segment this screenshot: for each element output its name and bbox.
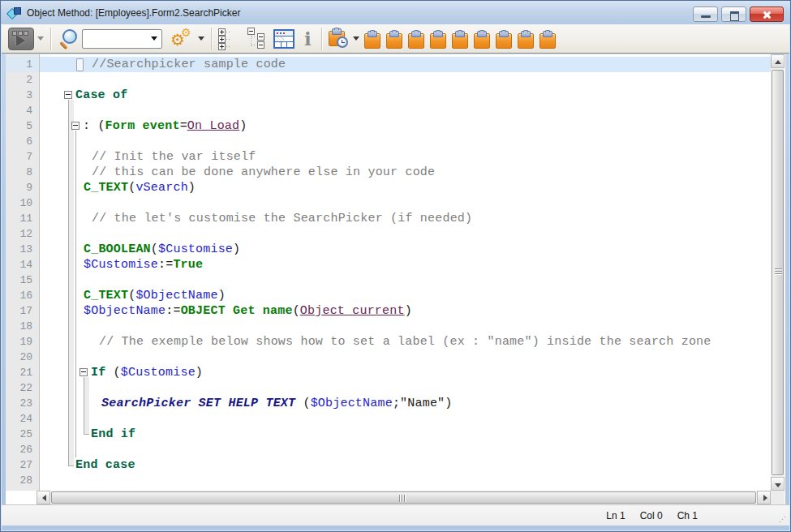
code-token: // Init the var itself bbox=[92, 150, 256, 164]
clipboard-button-8[interactable] bbox=[518, 29, 534, 49]
code-line[interactable]: : (Form event=On Load) bbox=[83, 118, 247, 134]
code-line[interactable]: // the let's customise the SearchPicker … bbox=[92, 211, 472, 226]
scroll-down-button[interactable] bbox=[771, 477, 785, 491]
toolbar: ⚙⚙ i bbox=[2, 24, 789, 54]
code-line[interactable]: End if bbox=[91, 427, 135, 442]
search-combobox[interactable] bbox=[82, 29, 162, 49]
horizontal-scrollbar[interactable] bbox=[37, 491, 771, 504]
code-line[interactable]: C_BOOLEAN($Customise) bbox=[84, 242, 240, 257]
code-token: $Customise bbox=[84, 258, 158, 272]
arrow-left-icon bbox=[42, 495, 46, 501]
scroll-right-button[interactable] bbox=[757, 491, 771, 504]
scroll-up-button[interactable] bbox=[771, 54, 785, 68]
clipboard-button-2[interactable] bbox=[386, 29, 402, 49]
arrow-up-icon bbox=[775, 60, 781, 64]
code-line[interactable]: // The exemple below shows how to set a … bbox=[99, 334, 711, 350]
fold-guide-case-of bbox=[68, 100, 74, 466]
text-cursor-marker bbox=[76, 58, 84, 71]
code-token: // The exemple below shows how to set a … bbox=[99, 335, 711, 349]
clipboard-button-9[interactable] bbox=[540, 29, 556, 49]
code-token: On Load bbox=[187, 119, 239, 133]
collapse-all-button[interactable] bbox=[246, 28, 267, 50]
clipboard-button-6[interactable] bbox=[474, 29, 490, 49]
toolbar-separator bbox=[321, 28, 322, 50]
clipboard-button-3[interactable] bbox=[408, 29, 424, 49]
scroll-left-button[interactable] bbox=[37, 491, 50, 504]
code-token: Object current bbox=[300, 304, 405, 318]
code-token: SearchPicker SET HELP TEXT bbox=[101, 397, 295, 410]
method-settings-button[interactable]: ⚙⚙ bbox=[170, 28, 204, 50]
fold-toggle[interactable] bbox=[71, 122, 80, 130]
clipboard-button-4[interactable] bbox=[430, 29, 446, 49]
information-button[interactable]: i bbox=[301, 28, 315, 49]
code-line[interactable]: // Init the var itself bbox=[92, 149, 256, 165]
code-token: ) bbox=[239, 119, 247, 133]
code-token: End if bbox=[91, 427, 135, 441]
fold-toggle[interactable] bbox=[64, 91, 72, 99]
code-line[interactable]: C_TEXT($ObjectName) bbox=[84, 288, 226, 303]
code-token: $Customise bbox=[158, 242, 233, 256]
code-token: Case of bbox=[75, 88, 127, 102]
code-line[interactable]: SearchPicker SET HELP TEXT ($ObjectName;… bbox=[101, 396, 453, 411]
object-method-window: Object Method: [Employees].Form2.SearchP… bbox=[0, 0, 791, 532]
code-token: True bbox=[173, 258, 203, 272]
code-line[interactable]: If ($Customise) bbox=[91, 365, 203, 380]
close-button[interactable] bbox=[750, 6, 784, 22]
code-line[interactable]: $Customise:=True bbox=[84, 257, 203, 272]
code-token: vSearch bbox=[135, 181, 187, 195]
toolbar-separator bbox=[50, 28, 51, 50]
fold-toggle[interactable] bbox=[80, 368, 88, 376]
code-token: ( bbox=[295, 397, 310, 410]
expand-all-button[interactable] bbox=[218, 28, 239, 50]
code-editor[interactable]: 1234567891011121314151617181920212223242… bbox=[6, 54, 785, 504]
clipboard-button-1[interactable] bbox=[364, 29, 380, 49]
clipboard-history-button[interactable] bbox=[329, 28, 359, 49]
code-line[interactable]: Case of bbox=[75, 88, 127, 103]
scroll-grip-icon bbox=[399, 495, 405, 502]
arrow-right-icon bbox=[763, 495, 767, 501]
code-token: ) bbox=[188, 181, 196, 195]
form-icon bbox=[273, 29, 294, 49]
clipboard-button-7[interactable] bbox=[496, 29, 512, 49]
code-token: $Customise bbox=[121, 366, 196, 380]
close-icon bbox=[762, 10, 772, 19]
code-token: C_BOOLEAN bbox=[84, 242, 151, 256]
title-bar[interactable]: Object Method: [Employees].Form2.SearchP… bbox=[1, 1, 790, 24]
code-token: ) bbox=[233, 242, 240, 256]
status-line: Ln 1 bbox=[606, 510, 625, 521]
horizontal-scroll-thumb[interactable] bbox=[51, 491, 756, 504]
minimize-icon bbox=[701, 15, 711, 18]
clipboard-button-5[interactable] bbox=[452, 29, 468, 49]
code-line[interactable]: $ObjectName:=OBJECT Get name(Object curr… bbox=[84, 303, 412, 319]
code-area[interactable]: //Searchpicker sample codeCase of: (Form… bbox=[6, 54, 771, 491]
scroll-grip-icon bbox=[775, 268, 782, 276]
maximize-button[interactable] bbox=[721, 6, 746, 22]
code-token: End case bbox=[75, 458, 135, 472]
code-token: ( bbox=[105, 366, 120, 380]
vertical-scroll-thumb[interactable] bbox=[772, 70, 784, 475]
code-line[interactable]: //Searchpicker sample code bbox=[92, 57, 286, 72]
clipboard-group bbox=[364, 29, 556, 49]
minimize-button[interactable] bbox=[693, 6, 718, 22]
resize-grip[interactable]: ⋰ bbox=[779, 515, 787, 523]
code-line[interactable]: End case bbox=[75, 457, 135, 473]
run-icon bbox=[8, 28, 34, 50]
form-button[interactable] bbox=[273, 29, 294, 49]
code-token: //Searchpicker sample code bbox=[92, 58, 286, 71]
information-icon: i bbox=[301, 28, 315, 49]
status-char: Ch 1 bbox=[677, 510, 698, 521]
code-token: $ObjectName bbox=[84, 304, 166, 318]
code-token: OBJECT Get name bbox=[181, 304, 293, 318]
code-token: ) bbox=[196, 366, 203, 380]
search-input[interactable] bbox=[84, 31, 149, 47]
maximize-icon bbox=[730, 11, 739, 21]
code-token: // the let's customise the SearchPicker … bbox=[92, 212, 472, 225]
fold-guide-case-branch bbox=[75, 131, 76, 457]
method-icon bbox=[7, 6, 22, 19]
code-token: = bbox=[180, 119, 187, 133]
run-method-button[interactable] bbox=[8, 28, 44, 50]
vertical-scrollbar[interactable] bbox=[771, 54, 785, 491]
code-line[interactable]: C_TEXT(vSearch) bbox=[84, 180, 196, 195]
scrollbar-corner bbox=[771, 491, 785, 504]
code-line[interactable]: // this can be done anywhere else in you… bbox=[92, 165, 435, 180]
